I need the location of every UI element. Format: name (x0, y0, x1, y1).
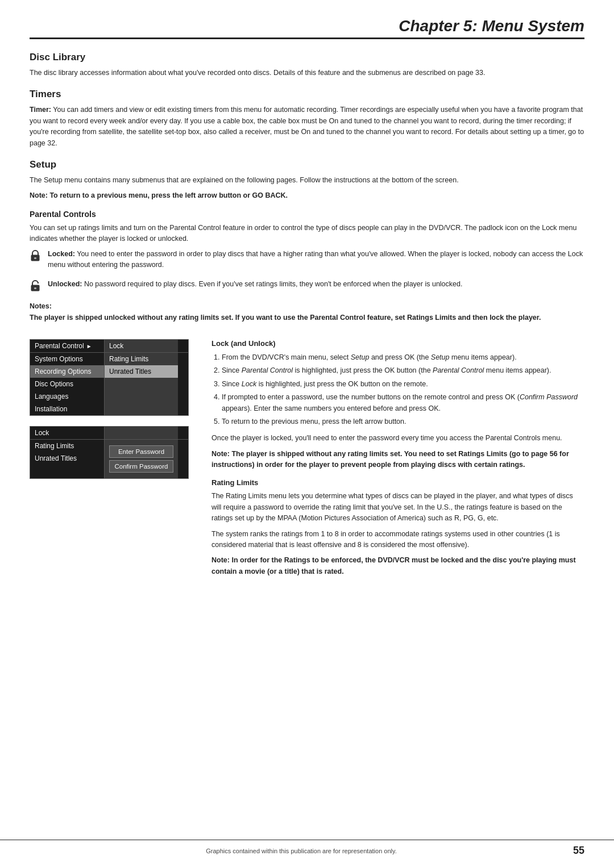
enter-password-box: Enter Password (109, 445, 173, 458)
unlocked-text: Unlocked: No password required to play d… (48, 279, 462, 290)
locked-text: Locked: You need to enter the password i… (48, 249, 584, 270)
menu-header-row-1: Parental Control ► Lock (30, 340, 188, 353)
rating-limits-p1: The Rating Limits menu lets you determin… (211, 491, 584, 524)
page-number: 55 (573, 845, 584, 857)
menu1-item-installation: Installation (30, 403, 104, 415)
menu1-right-unrated: Unrated Titles (105, 365, 178, 378)
menu1-item-recording: Recording Options (30, 365, 104, 378)
menu-left-col-1: System Options Recording Options Disc Op… (30, 353, 104, 415)
menu1-arrow: ► (86, 343, 92, 349)
menu-rows-2: Rating Limits Unrated Titles Enter Passw… (30, 440, 188, 478)
notes-label: Notes: (30, 302, 584, 310)
svg-rect-3 (34, 287, 36, 289)
menu1-item-system: System Options (30, 353, 104, 365)
menu-rows-1: System Options Recording Options Disc Op… (30, 353, 188, 415)
page-footer: Graphics contained within this publicati… (0, 840, 614, 857)
two-col-section: Parental Control ► Lock System Options R… (30, 339, 584, 583)
chapter-title: Chapter 5: Menu System (30, 17, 584, 39)
timers-body-text: You can add timers and view or edit exis… (30, 106, 584, 147)
note-bold-2: Note: In order for the Ratings to be enf… (211, 555, 584, 577)
locked-row: Locked: You need to enter the password i… (30, 249, 584, 275)
lock-unlock-title: Lock (and Unlock) (211, 339, 584, 348)
rating-limits-title: Rating Limits (211, 478, 584, 487)
menu1-right-rating: Rating Limits (105, 353, 178, 365)
menu-right-col-1: Rating Limits Unrated Titles (104, 353, 178, 415)
menu1-item-languages: Languages (30, 390, 104, 403)
step-2: Since Parental Control is highlighted, j… (222, 365, 584, 376)
setup-heading: Setup (30, 159, 584, 170)
menu-header-row-2: Lock (30, 427, 188, 440)
step-5: To return to the previous menu, press th… (222, 416, 584, 427)
note-bold-rating: Note: The player is shipped without any … (211, 449, 584, 471)
disc-library-body: The disc library accesses information ab… (30, 68, 584, 78)
menu-header-right-2 (104, 427, 178, 439)
menu-header-left-2: Lock (30, 427, 104, 439)
menu1-item-disc: Disc Options (30, 378, 104, 390)
page: Chapter 5: Menu System Disc Library The … (0, 0, 614, 868)
rating-limits-p2: The system ranks the ratings from 1 to 8… (211, 529, 584, 551)
after-steps-text: Once the player is locked, you'll need t… (211, 433, 584, 444)
timers-heading: Timers (30, 89, 584, 100)
menu2-header-label: Lock (35, 429, 49, 437)
setup-body: The Setup menu contains many submenus th… (30, 175, 584, 186)
parental-controls-heading: Parental Controls (30, 210, 584, 219)
unlocked-row: Unlocked: No password required to play d… (30, 279, 584, 294)
notes-bold: The player is shipped unlocked without a… (30, 312, 584, 323)
footer-center-text: Graphics contained within this publicati… (206, 848, 396, 854)
unlocked-icon (30, 279, 42, 294)
right-col-content: Lock (and Unlock) From the DVD/VCR's mai… (211, 339, 584, 583)
disc-library-heading: Disc Library (30, 52, 584, 63)
menu2-item-unrated: Unrated Titles (30, 452, 104, 465)
svg-rect-1 (34, 257, 36, 259)
menu-left-col-2: Rating Limits Unrated Titles (30, 440, 104, 478)
setup-note: Note: To return to a previous menu, pres… (30, 190, 584, 201)
lock-unlock-steps: From the DVD/VCR's main menu, select Set… (211, 352, 584, 427)
menu1-header-right-label: Lock (109, 342, 123, 350)
step-1: From the DVD/VCR's main menu, select Set… (222, 352, 584, 363)
step-3: Since Lock is highlighted, just press th… (222, 379, 584, 390)
menu-box-1: Parental Control ► Lock System Options R… (30, 339, 189, 416)
menu-mockups: Parental Control ► Lock System Options R… (30, 339, 194, 479)
parental-controls-body: You can set up ratings limits and turn o… (30, 223, 584, 245)
menu-right-col-2: Enter Password Confirm Password (104, 440, 178, 478)
chapter-title-text: Chapter 5: Menu System (399, 17, 584, 35)
menu2-item-rating: Rating Limits (30, 440, 104, 452)
menu-header-right-1: Lock (104, 340, 178, 352)
confirm-password-box: Confirm Password (109, 460, 173, 473)
locked-icon (30, 249, 42, 264)
timers-body: Timer: You can add timers and view or ed… (30, 105, 584, 149)
menu-header-left-1: Parental Control ► (30, 340, 104, 352)
menu-box-2: Lock Rating Limits Unrated Titles Enter … (30, 426, 189, 479)
step-4: If prompted to enter a password, use the… (222, 392, 584, 414)
menu1-header-left-label: Parental Control (35, 342, 84, 350)
timers-bold-label: Timer: (30, 106, 51, 114)
